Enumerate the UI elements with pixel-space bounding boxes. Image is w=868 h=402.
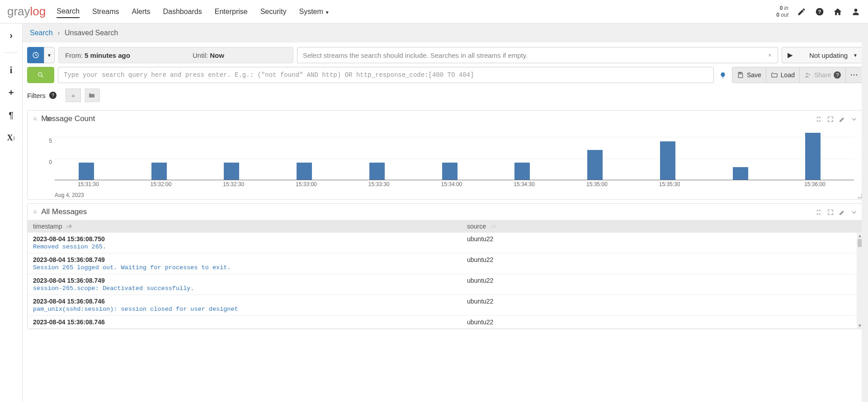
more-actions-button[interactable]: ··· (846, 67, 863, 83)
x-tick: 15:36:00 (804, 181, 826, 187)
x-tick: 15:32:00 (151, 181, 172, 187)
sort-desc-icon[interactable]: ↓≡ (66, 223, 72, 229)
table-body: 2023-08-04 15:36:08.750Removed session 2… (28, 233, 863, 329)
svg-point-2 (854, 9, 858, 12)
col-timestamp[interactable]: timestamp (33, 223, 62, 230)
table-header: timestamp ↓≡ source ↓≡ (28, 220, 863, 233)
all-messages-panel: ≡ All Messages timestamp ↓≡ source ↓≡ (27, 203, 863, 329)
table-row[interactable]: 2023-08-04 15:36:08.746ubuntu22 (28, 316, 863, 329)
panel-title: All Messages (41, 207, 87, 216)
expand-sidebar-icon[interactable]: › (6, 30, 17, 41)
bar (805, 133, 821, 180)
x-tick: 15:33:30 (368, 181, 390, 187)
nav-security[interactable]: Security (260, 6, 287, 18)
paragraph-icon[interactable]: ¶ (6, 110, 17, 121)
nav-enterprise[interactable]: Enterprise (215, 6, 248, 18)
msg-timestamp: 2023-08-04 15:36:08.750 (33, 235, 467, 243)
user-icon[interactable] (851, 7, 861, 17)
bar (660, 141, 675, 180)
share-button[interactable]: Share ? (800, 67, 846, 83)
svg-point-5 (806, 73, 808, 75)
msg-source: ubuntu22 (467, 318, 858, 326)
nav-system[interactable]: System▼ (299, 6, 329, 18)
load-button[interactable]: Load (766, 67, 800, 83)
x-tick: 15:35:30 (659, 181, 680, 187)
timerange-clock-button[interactable] (27, 47, 44, 63)
expand-icon[interactable] (827, 115, 834, 122)
query-help-icon[interactable] (717, 71, 728, 79)
table-row[interactable]: 2023-08-04 15:36:08.746pam_unix(sshd:ses… (28, 295, 863, 316)
edit-widget-icon[interactable] (839, 115, 846, 122)
subscript-icon[interactable]: X1 (6, 132, 17, 143)
y-tick: 10 (46, 116, 52, 122)
info-icon[interactable]: i (6, 65, 17, 75)
left-rail: › i + ¶ X1 (0, 23, 23, 402)
msg-text: Removed session 265. (33, 243, 467, 250)
compress-icon[interactable] (815, 115, 822, 122)
y-tick: 0 (49, 159, 52, 165)
stream-select[interactable]: Select streams the search should include… (297, 47, 778, 63)
refresh-label: Not updating (809, 51, 848, 59)
msg-text: Session 265 logged out. Waiting for proc… (33, 264, 467, 271)
filters-help-badge[interactable]: ? (49, 92, 57, 99)
sort-icon[interactable]: ↓≡ (490, 223, 495, 229)
nav-dashboards[interactable]: Dashboards (163, 6, 202, 18)
page-scrollbar[interactable] (862, 23, 868, 402)
drag-handle-icon[interactable]: ≡ (33, 115, 37, 122)
edit-widget-icon[interactable] (839, 208, 846, 215)
breadcrumb-root[interactable]: Search (30, 29, 53, 37)
dropdown-icon: ▼ (768, 53, 772, 58)
add-filter-button[interactable]: + (66, 89, 81, 102)
query-input[interactable] (58, 67, 714, 83)
add-icon[interactable]: + (6, 87, 17, 98)
table-row[interactable]: 2023-08-04 15:36:08.750Removed session 2… (28, 233, 863, 253)
chart-area: 051015:31:3015:32:0015:32:3015:33:0015:3… (28, 127, 863, 199)
search-button[interactable] (27, 67, 54, 83)
widget-menu-icon[interactable] (850, 115, 858, 122)
x-tick: 15:33:00 (296, 181, 317, 187)
search-controls: ▼ From: 5 minutes ago Until: Now Select … (23, 42, 868, 107)
play-icon: ▶ (788, 51, 793, 59)
nav-right: 0 in 0 out ? (776, 5, 861, 18)
plot-area (55, 129, 854, 180)
caret-down-icon: ▼ (853, 53, 858, 58)
drag-handle-icon[interactable]: ≡ (33, 208, 37, 215)
save-button[interactable]: Save (732, 67, 766, 83)
table-row[interactable]: 2023-08-04 15:36:08.749Session 265 logge… (28, 253, 863, 274)
logo-text-log: log (30, 5, 46, 19)
msg-source: ubuntu22 (467, 277, 858, 284)
home-icon[interactable] (833, 7, 843, 17)
timerange-display[interactable]: From: 5 minutes ago Until: Now (58, 47, 293, 63)
nav-alerts[interactable]: Alerts (132, 6, 151, 18)
compress-icon[interactable] (815, 208, 822, 215)
widget-menu-icon[interactable] (850, 208, 858, 215)
msg-timestamp: 2023-08-04 15:36:08.749 (33, 256, 467, 263)
breadcrumb: Search › Unsaved Search (23, 23, 868, 42)
bar (224, 163, 239, 180)
timerange-type-group: ▼ (27, 47, 55, 63)
msg-source: ubuntu22 (467, 256, 858, 263)
search-action-buttons: Save Load Share ? ··· (732, 67, 863, 83)
nav-search[interactable]: Search (57, 5, 80, 18)
timerange-dropdown-button[interactable]: ▼ (44, 47, 55, 63)
throughput-indicator: 0 in 0 out (776, 5, 788, 18)
refresh-control[interactable]: ▶ Not updating ▼ (782, 47, 863, 63)
nav-streams[interactable]: Streams (92, 6, 119, 18)
expand-icon[interactable] (827, 208, 834, 215)
msg-timestamp: 2023-08-04 15:36:08.746 (33, 298, 467, 305)
breadcrumb-separator: › (57, 29, 60, 37)
table-row[interactable]: 2023-08-04 15:36:08.749session-265.scope… (28, 274, 863, 295)
x-date-label: Aug 4, 2023 (55, 192, 84, 198)
logo-text-gray: gray (7, 5, 30, 19)
top-nav: graylog Search Streams Alerts Dashboards… (0, 0, 868, 23)
bar (369, 163, 385, 180)
help-icon[interactable]: ? (815, 7, 825, 17)
msg-source: ubuntu22 (467, 298, 858, 305)
col-source[interactable]: source (467, 223, 486, 230)
msg-source: ubuntu22 (467, 235, 858, 243)
scratchpad-icon[interactable] (797, 7, 807, 17)
bar (79, 163, 94, 180)
logo[interactable]: graylog (7, 5, 46, 19)
filter-folder-button[interactable] (85, 89, 100, 102)
share-help-badge: ? (834, 71, 841, 79)
